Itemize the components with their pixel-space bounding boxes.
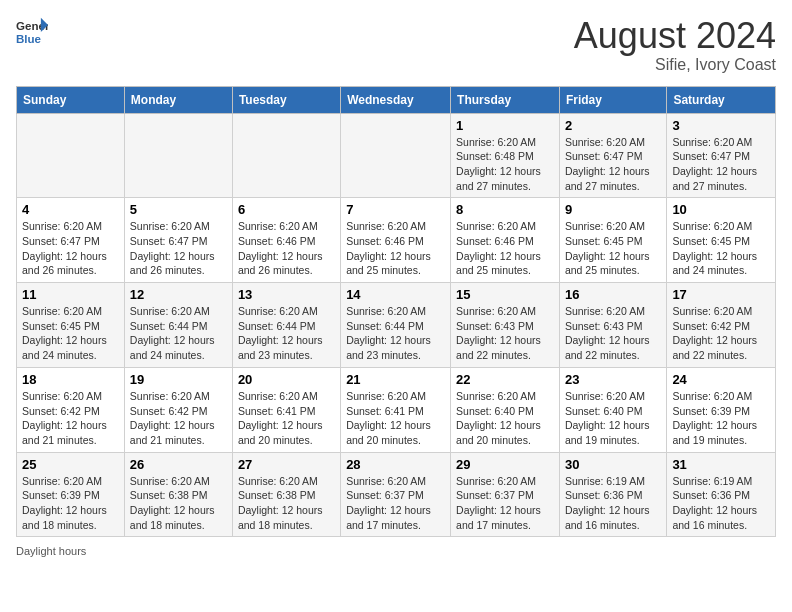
day-info: Sunrise: 6:20 AM Sunset: 6:42 PM Dayligh… [672, 304, 770, 363]
svg-text:Blue: Blue [16, 33, 42, 45]
calendar-cell: 6Sunrise: 6:20 AM Sunset: 6:46 PM Daylig… [232, 198, 340, 283]
logo: General Blue [16, 16, 48, 48]
day-number: 12 [130, 287, 227, 302]
footer: Daylight hours [16, 545, 776, 557]
calendar-cell: 15Sunrise: 6:20 AM Sunset: 6:43 PM Dayli… [451, 283, 560, 368]
day-info: Sunrise: 6:20 AM Sunset: 6:42 PM Dayligh… [22, 389, 119, 448]
calendar-cell: 11Sunrise: 6:20 AM Sunset: 6:45 PM Dayli… [17, 283, 125, 368]
day-info: Sunrise: 6:20 AM Sunset: 6:40 PM Dayligh… [565, 389, 661, 448]
calendar-cell: 12Sunrise: 6:20 AM Sunset: 6:44 PM Dayli… [124, 283, 232, 368]
daylight-label: Daylight hours [16, 545, 86, 557]
day-info: Sunrise: 6:20 AM Sunset: 6:43 PM Dayligh… [565, 304, 661, 363]
calendar-cell: 16Sunrise: 6:20 AM Sunset: 6:43 PM Dayli… [559, 283, 666, 368]
calendar-cell: 10Sunrise: 6:20 AM Sunset: 6:45 PM Dayli… [667, 198, 776, 283]
day-info: Sunrise: 6:20 AM Sunset: 6:38 PM Dayligh… [238, 474, 335, 533]
day-info: Sunrise: 6:20 AM Sunset: 6:38 PM Dayligh… [130, 474, 227, 533]
calendar-cell: 26Sunrise: 6:20 AM Sunset: 6:38 PM Dayli… [124, 452, 232, 537]
calendar-week-4: 18Sunrise: 6:20 AM Sunset: 6:42 PM Dayli… [17, 367, 776, 452]
calendar-cell: 22Sunrise: 6:20 AM Sunset: 6:40 PM Dayli… [451, 367, 560, 452]
calendar-week-2: 4Sunrise: 6:20 AM Sunset: 6:47 PM Daylig… [17, 198, 776, 283]
day-info: Sunrise: 6:20 AM Sunset: 6:44 PM Dayligh… [238, 304, 335, 363]
day-info: Sunrise: 6:20 AM Sunset: 6:48 PM Dayligh… [456, 135, 554, 194]
day-number: 7 [346, 202, 445, 217]
day-number: 11 [22, 287, 119, 302]
day-number: 22 [456, 372, 554, 387]
day-number: 18 [22, 372, 119, 387]
calendar-week-3: 11Sunrise: 6:20 AM Sunset: 6:45 PM Dayli… [17, 283, 776, 368]
day-info: Sunrise: 6:20 AM Sunset: 6:39 PM Dayligh… [22, 474, 119, 533]
day-number: 13 [238, 287, 335, 302]
day-info: Sunrise: 6:20 AM Sunset: 6:44 PM Dayligh… [130, 304, 227, 363]
day-number: 1 [456, 118, 554, 133]
calendar-cell: 13Sunrise: 6:20 AM Sunset: 6:44 PM Dayli… [232, 283, 340, 368]
day-number: 5 [130, 202, 227, 217]
calendar-cell: 4Sunrise: 6:20 AM Sunset: 6:47 PM Daylig… [17, 198, 125, 283]
day-info: Sunrise: 6:20 AM Sunset: 6:47 PM Dayligh… [22, 219, 119, 278]
day-number: 23 [565, 372, 661, 387]
day-number: 31 [672, 457, 770, 472]
calendar-cell: 28Sunrise: 6:20 AM Sunset: 6:37 PM Dayli… [341, 452, 451, 537]
day-info: Sunrise: 6:20 AM Sunset: 6:47 PM Dayligh… [672, 135, 770, 194]
calendar-cell: 8Sunrise: 6:20 AM Sunset: 6:46 PM Daylig… [451, 198, 560, 283]
day-info: Sunrise: 6:20 AM Sunset: 6:46 PM Dayligh… [456, 219, 554, 278]
day-info: Sunrise: 6:20 AM Sunset: 6:39 PM Dayligh… [672, 389, 770, 448]
day-number: 15 [456, 287, 554, 302]
calendar-cell: 20Sunrise: 6:20 AM Sunset: 6:41 PM Dayli… [232, 367, 340, 452]
day-number: 10 [672, 202, 770, 217]
calendar-cell: 7Sunrise: 6:20 AM Sunset: 6:46 PM Daylig… [341, 198, 451, 283]
calendar-cell: 5Sunrise: 6:20 AM Sunset: 6:47 PM Daylig… [124, 198, 232, 283]
col-header-tuesday: Tuesday [232, 86, 340, 113]
day-number: 29 [456, 457, 554, 472]
day-info: Sunrise: 6:20 AM Sunset: 6:43 PM Dayligh… [456, 304, 554, 363]
calendar-cell: 24Sunrise: 6:20 AM Sunset: 6:39 PM Dayli… [667, 367, 776, 452]
col-header-friday: Friday [559, 86, 666, 113]
calendar-cell: 27Sunrise: 6:20 AM Sunset: 6:38 PM Dayli… [232, 452, 340, 537]
day-info: Sunrise: 6:20 AM Sunset: 6:47 PM Dayligh… [565, 135, 661, 194]
day-info: Sunrise: 6:20 AM Sunset: 6:41 PM Dayligh… [346, 389, 445, 448]
day-number: 17 [672, 287, 770, 302]
day-info: Sunrise: 6:20 AM Sunset: 6:45 PM Dayligh… [565, 219, 661, 278]
calendar-table: SundayMondayTuesdayWednesdayThursdayFrid… [16, 86, 776, 538]
calendar-cell: 30Sunrise: 6:19 AM Sunset: 6:36 PM Dayli… [559, 452, 666, 537]
calendar-cell [124, 113, 232, 198]
day-number: 26 [130, 457, 227, 472]
page-header: General Blue August 2024 Sifie, Ivory Co… [16, 16, 776, 74]
day-info: Sunrise: 6:20 AM Sunset: 6:42 PM Dayligh… [130, 389, 227, 448]
main-title: August 2024 [574, 16, 776, 56]
day-number: 14 [346, 287, 445, 302]
day-info: Sunrise: 6:20 AM Sunset: 6:37 PM Dayligh… [456, 474, 554, 533]
day-number: 28 [346, 457, 445, 472]
day-number: 4 [22, 202, 119, 217]
day-number: 30 [565, 457, 661, 472]
calendar-header-row: SundayMondayTuesdayWednesdayThursdayFrid… [17, 86, 776, 113]
calendar-cell: 19Sunrise: 6:20 AM Sunset: 6:42 PM Dayli… [124, 367, 232, 452]
day-info: Sunrise: 6:20 AM Sunset: 6:46 PM Dayligh… [346, 219, 445, 278]
day-number: 27 [238, 457, 335, 472]
col-header-saturday: Saturday [667, 86, 776, 113]
calendar-week-1: 1Sunrise: 6:20 AM Sunset: 6:48 PM Daylig… [17, 113, 776, 198]
day-number: 25 [22, 457, 119, 472]
calendar-cell: 3Sunrise: 6:20 AM Sunset: 6:47 PM Daylig… [667, 113, 776, 198]
calendar-cell: 1Sunrise: 6:20 AM Sunset: 6:48 PM Daylig… [451, 113, 560, 198]
calendar-cell: 31Sunrise: 6:19 AM Sunset: 6:36 PM Dayli… [667, 452, 776, 537]
calendar-cell [17, 113, 125, 198]
calendar-cell [232, 113, 340, 198]
calendar-cell: 21Sunrise: 6:20 AM Sunset: 6:41 PM Dayli… [341, 367, 451, 452]
calendar-cell: 25Sunrise: 6:20 AM Sunset: 6:39 PM Dayli… [17, 452, 125, 537]
day-number: 19 [130, 372, 227, 387]
calendar-cell: 2Sunrise: 6:20 AM Sunset: 6:47 PM Daylig… [559, 113, 666, 198]
subtitle: Sifie, Ivory Coast [574, 56, 776, 74]
calendar-week-5: 25Sunrise: 6:20 AM Sunset: 6:39 PM Dayli… [17, 452, 776, 537]
day-info: Sunrise: 6:20 AM Sunset: 6:45 PM Dayligh… [22, 304, 119, 363]
title-block: August 2024 Sifie, Ivory Coast [574, 16, 776, 74]
calendar-cell: 14Sunrise: 6:20 AM Sunset: 6:44 PM Dayli… [341, 283, 451, 368]
day-number: 3 [672, 118, 770, 133]
logo-icon: General Blue [16, 16, 48, 48]
calendar-cell [341, 113, 451, 198]
col-header-wednesday: Wednesday [341, 86, 451, 113]
day-info: Sunrise: 6:20 AM Sunset: 6:46 PM Dayligh… [238, 219, 335, 278]
day-info: Sunrise: 6:20 AM Sunset: 6:45 PM Dayligh… [672, 219, 770, 278]
day-info: Sunrise: 6:20 AM Sunset: 6:40 PM Dayligh… [456, 389, 554, 448]
calendar-cell: 17Sunrise: 6:20 AM Sunset: 6:42 PM Dayli… [667, 283, 776, 368]
calendar-cell: 18Sunrise: 6:20 AM Sunset: 6:42 PM Dayli… [17, 367, 125, 452]
